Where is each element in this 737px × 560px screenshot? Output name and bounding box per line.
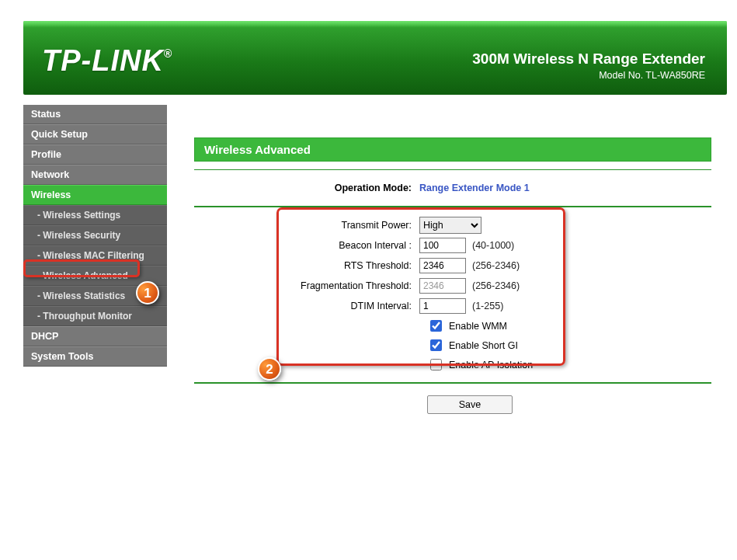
enable-wmm-label: Enable WMM [449,321,507,332]
fragmentation-threshold-input[interactable] [419,278,466,294]
enable-short-gi-row: Enable Short GI [194,336,711,355]
enable-wmm-row: Enable WMM [194,316,711,336]
divider [194,169,711,170]
sidebar-item-dhcp[interactable]: DHCP [23,326,167,346]
beacon-interval-label: Beacon Interval : [194,240,419,251]
dtim-interval-row: DTIM Interval: (1-255) [194,296,711,316]
rts-threshold-row: RTS Threshold: (256-2346) [194,256,711,276]
enable-short-gi-checkbox[interactable] [430,339,442,351]
transmit-power-select[interactable]: High [419,217,481,234]
divider [194,382,711,384]
enable-ap-isolation-row: Enable AP Isolation [194,355,711,374]
operation-mode-link[interactable]: Range Extender Mode 1 [419,183,530,193]
page-title: Wireless Advanced [194,137,711,162]
dtim-interval-hint: (1-255) [472,301,503,311]
brand-logo: TP-LINK® [42,44,172,78]
sidebar-item-profile[interactable]: Profile [23,144,167,165]
fragmentation-threshold-row: Fragmentation Threshold: (256-2346) [194,276,711,296]
enable-ap-isolation-checkbox[interactable] [430,359,442,370]
enable-wmm-checkbox[interactable] [430,320,442,332]
sidebar-item-quick-setup[interactable]: Quick Setup [23,124,167,144]
form-block: Transmit Power: High Beacon Interval : (… [194,207,711,382]
operation-mode-label: Operation Mode: [194,183,419,193]
save-button[interactable]: Save [427,395,513,414]
dtim-interval-label: DTIM Interval: [194,301,419,311]
operation-mode-row: Operation Mode: Range Extender Mode 1 [194,178,711,198]
header: TP-LINK® 300M Wireless N Range Extender … [23,21,727,95]
sidebar-item-wireless-settings[interactable]: - Wireless Settings [23,205,167,225]
product-name: 300M Wireless N Range Extender [472,49,705,69]
beacon-interval-row: Beacon Interval : (40-1000) [194,235,711,256]
save-row: Save [194,395,711,414]
sidebar-item-wireless-security[interactable]: - Wireless Security [23,225,167,245]
product-info: 300M Wireless N Range Extender Model No.… [472,49,705,82]
sidebar-item-wireless-mac-filtering[interactable]: - Wireless MAC Filtering [23,245,167,266]
sidebar-item-system-tools[interactable]: System Tools [23,346,167,367]
registered-icon: ® [164,47,172,60]
rts-threshold-input[interactable] [419,258,466,273]
rts-threshold-hint: (256-2346) [472,260,520,271]
fragmentation-threshold-hint: (256-2346) [472,280,520,291]
sidebar-item-wireless[interactable]: Wireless [23,185,167,205]
brand-text: TP-LINK [42,44,164,77]
transmit-power-label: Transmit Power: [194,220,419,231]
sidebar-item-status[interactable]: Status [23,105,167,124]
sidebar-item-network[interactable]: Network [23,165,167,185]
fragmentation-threshold-label: Fragmentation Threshold: [194,280,419,291]
sidebar-item-wireless-statistics[interactable]: - Wireless Statistics [23,286,167,306]
sidebar-nav: Status Quick Setup Profile Network Wirel… [23,105,167,367]
enable-ap-isolation-label: Enable AP Isolation [449,360,533,370]
sidebar-item-wireless-advanced[interactable]: - Wireless Advanced [23,266,167,286]
enable-short-gi-label: Enable Short GI [449,340,518,351]
dtim-interval-input[interactable] [419,298,466,314]
beacon-interval-input[interactable] [419,238,466,253]
beacon-interval-hint: (40-1000) [472,240,514,251]
main-content: Wireless Advanced Operation Mode: Range … [179,105,727,544]
rts-threshold-label: RTS Threshold: [194,260,419,271]
sidebar-item-throughput-monitor[interactable]: - Throughput Monitor [23,306,167,326]
model-number: Model No. TL-WA850RE [472,69,705,82]
transmit-power-row: Transmit Power: High [194,215,711,235]
